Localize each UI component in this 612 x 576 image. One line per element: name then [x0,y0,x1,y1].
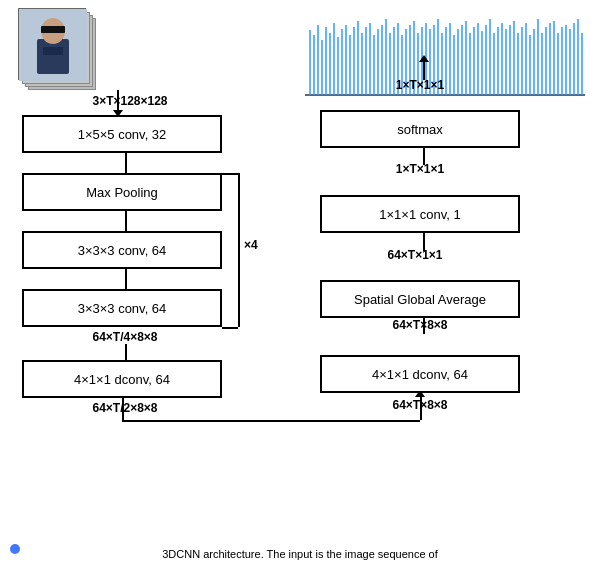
svg-rect-1 [37,39,69,74]
conv1x1x1-label: 1×1×1 conv, 1 [379,207,460,222]
maxpool-label: Max Pooling [86,185,158,200]
softmax-box: softmax [320,110,520,148]
conv1x1x1-box: 1×1×1 conv, 1 [320,195,520,233]
bracket-top-hline [222,173,238,175]
conv2-label: 3×3×3 conv, 64 [78,243,167,258]
conv1-label: 1×5×5 conv, 32 [78,127,167,142]
dconv2-box: 4×1×1 dconv, 64 [320,355,520,393]
svg-rect-3 [41,26,65,33]
bottom-hline [122,420,420,422]
softmax-label: softmax [397,122,443,137]
conv2-box: 3×3×3 conv, 64 [22,231,222,269]
after-conv3-label: 64×T/4×8×8 [55,330,195,344]
conv1-box: 1×5×5 conv, 32 [22,115,222,153]
after-spatial-label: 64×T×1×1 [355,248,475,262]
spatial-global-label: Spatial Global Average [354,292,486,307]
conv3-box: 3×3×3 conv, 64 [22,289,222,327]
maxpool-box: Max Pooling [22,173,222,211]
after-dconv1-label: 64×T/2×8×8 [55,401,195,415]
bracket-bottom-hline [222,327,238,329]
caption: 3DCNN architecture. The input is the ima… [10,548,590,560]
figure-dot [10,544,20,554]
left-down-vline [122,398,124,420]
dconv1-box: 4×1×1 dconv, 64 [22,360,222,398]
arrow-softmax-to-chart [419,55,429,80]
input-dim-label: 3×T×128×128 [70,94,190,108]
x4-label: ×4 [244,238,258,252]
architecture-diagram: 3×T×128×128 1×5×5 conv, 32 Max Pooling 3… [0,0,612,576]
bracket-vline [238,173,240,327]
dconv2-label: 4×1×1 dconv, 64 [372,367,468,382]
after-softmax-label: 1×T×1×1 [355,78,485,92]
after-dconv2-label: 64×T×8×8 [340,398,500,412]
conv3-label: 3×3×3 conv, 64 [78,301,167,316]
dconv2-top-label: 64×T×8×8 [340,318,500,332]
svg-rect-4 [43,47,63,55]
spatial-global-box: Spatial Global Average [320,280,520,318]
dconv1-label: 4×1×1 dconv, 64 [74,372,170,387]
